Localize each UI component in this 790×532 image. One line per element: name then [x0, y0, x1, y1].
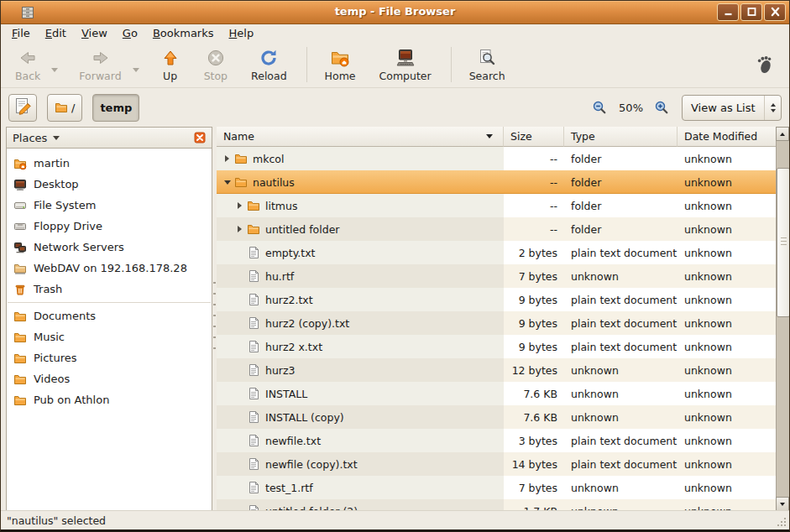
- text-file-icon: [247, 481, 260, 494]
- folder-icon: [13, 373, 27, 386]
- file-row-install-copy[interactable]: INSTALL (copy) 7.6 KB unknown unknown: [217, 405, 776, 429]
- view-mode-selector[interactable]: View as List: [682, 95, 782, 121]
- dropdown-caret-icon[interactable]: [133, 68, 139, 72]
- sidebar-item-desktop[interactable]: Desktop: [7, 174, 212, 195]
- close-icon: [770, 4, 781, 20]
- file-row-mkcol[interactable]: mkcol -- folder unknown: [217, 147, 776, 170]
- file-row-untitled-folder-2[interactable]: untitled folder (2) 1.7 KB unknown unkno…: [217, 499, 776, 511]
- toolbar-button-reload[interactable]: Reload: [243, 45, 295, 84]
- scroll-up-button[interactable]: [776, 127, 789, 141]
- file-row-hurz2-copy-txt[interactable]: hurz2 (copy).txt 9 bytes plain text docu…: [217, 311, 776, 335]
- file-row-nautilus[interactable]: nautilus -- folder unknown: [217, 170, 776, 194]
- scrollbar-thumb[interactable]: [777, 168, 790, 317]
- text-file-icon: [247, 363, 260, 377]
- search-icon: [477, 48, 497, 68]
- sidebar-item-file-system[interactable]: File System: [7, 195, 212, 216]
- menu-go[interactable]: Go: [115, 25, 145, 41]
- resize-grip-icon[interactable]: [775, 515, 787, 528]
- chevron-down-icon: [53, 136, 60, 140]
- text-file-icon: [247, 269, 260, 283]
- titlebar[interactable]: temp - File Browser: [1, 1, 789, 24]
- file-row-test-1-rtf[interactable]: test_1.rtf 7 bytes unknown unknown: [217, 476, 776, 499]
- expander-icon[interactable]: [222, 180, 233, 185]
- file-row-empty-txt[interactable]: empty.txt 2 bytes plain text document un…: [217, 241, 776, 264]
- sidebar-item-trash[interactable]: Trash: [7, 279, 212, 300]
- zoom-out-button[interactable]: [592, 100, 608, 116]
- current-folder-button[interactable]: temp: [92, 94, 139, 122]
- file-row-newfile-txt[interactable]: newfile.txt 3 bytes plain text document …: [217, 429, 776, 452]
- file-row-newfile-copy-txt[interactable]: newfile (copy).txt 14 bytes plain text d…: [217, 452, 776, 476]
- menu-file[interactable]: File: [4, 25, 38, 41]
- text-file-icon: [247, 387, 260, 400]
- root-path-button[interactable]: /: [47, 94, 82, 122]
- sidebar-item-martin[interactable]: martin: [7, 153, 212, 174]
- sidebar-item-floppy-drive[interactable]: Floppy Drive: [7, 216, 212, 237]
- edit-location-icon: [12, 96, 34, 120]
- sidebar-item-webdav-on-192-168-178-28[interactable]: WebDAV on 192.168.178.28: [7, 258, 212, 279]
- sidebar-list: martin Desktop File System Floppy Drive …: [6, 149, 212, 511]
- menu-bookmarks[interactable]: Bookmarks: [145, 25, 222, 41]
- zoom-level: 50%: [619, 102, 643, 114]
- file-row-hurz2-x-txt[interactable]: hurz2 x.txt 9 bytes plain text document …: [217, 335, 776, 358]
- file-row-hu-rtf[interactable]: hu.rtf 7 bytes unknown unknown: [217, 264, 776, 288]
- file-browser-window: temp - File Browser FileEditViewGoBookma…: [0, 0, 790, 532]
- maximize-button[interactable]: [740, 3, 762, 21]
- view-mode-value: View as List: [683, 102, 764, 114]
- toolbar-button-up[interactable]: Up: [153, 45, 188, 84]
- minimize-button[interactable]: [717, 3, 739, 21]
- sidebar-item-pub-on-athlon[interactable]: Pub on Athlon: [7, 389, 212, 410]
- sidebar-header[interactable]: Places: [6, 127, 212, 149]
- sidebar-item-documents[interactable]: Documents: [7, 305, 212, 326]
- drive-icon: [13, 199, 27, 212]
- sidebar-item-videos[interactable]: Videos: [7, 368, 212, 389]
- expander-icon[interactable]: [234, 202, 245, 209]
- file-row-litmus[interactable]: litmus -- folder unknown: [217, 194, 776, 217]
- menu-help[interactable]: Help: [222, 25, 262, 41]
- desktop-icon: [13, 178, 27, 191]
- file-row-hurz2-txt[interactable]: hurz2.txt 9 bytes plain text document un…: [217, 288, 776, 311]
- current-folder-label: temp: [100, 102, 132, 114]
- menu-edit[interactable]: Edit: [38, 25, 74, 41]
- close-button[interactable]: [764, 3, 786, 21]
- root-path-label: /: [71, 102, 75, 114]
- toolbar-button-back[interactable]: Back: [8, 45, 48, 84]
- text-file-icon: [247, 457, 260, 471]
- column-header-date-modified[interactable]: Date Modified: [678, 127, 776, 147]
- thumb-grip-icon: [781, 237, 787, 247]
- expander-icon[interactable]: [222, 155, 233, 162]
- trash-icon: [13, 283, 27, 296]
- column-header-type[interactable]: Type: [564, 127, 678, 147]
- column-header-size[interactable]: Size: [504, 127, 564, 147]
- menu-view[interactable]: View: [74, 25, 115, 41]
- places-sidebar: Places martin Desktop File System Floppy…: [6, 127, 212, 511]
- dropdown-caret-icon[interactable]: [51, 68, 58, 72]
- floppy-icon: [13, 220, 27, 233]
- sidebar-item-pictures[interactable]: Pictures: [7, 347, 212, 368]
- root-folder-icon: [55, 101, 68, 114]
- toolbar-button-computer[interactable]: Computer: [372, 45, 439, 84]
- zoom-in-button[interactable]: [654, 100, 670, 116]
- toolbar-button-search[interactable]: Search: [462, 45, 513, 84]
- home-icon: [330, 48, 350, 68]
- expander-icon[interactable]: [234, 226, 245, 232]
- sidebar-separator: [8, 302, 211, 303]
- toolbar-button-home[interactable]: Home: [317, 45, 364, 84]
- column-header-name[interactable]: Name: [217, 127, 504, 147]
- scroll-down-button[interactable]: [776, 497, 789, 511]
- sidebar-item-music[interactable]: Music: [7, 326, 212, 347]
- status-text: "nautilus" selected: [7, 514, 106, 527]
- spinner-up-icon: [771, 103, 776, 107]
- view-mode-spinner[interactable]: [764, 96, 781, 120]
- file-row-untitled-folder[interactable]: untitled folder -- folder unknown: [217, 217, 776, 241]
- vertical-scrollbar[interactable]: [776, 127, 789, 511]
- edit-location-button[interactable]: [8, 94, 37, 122]
- toolbar-button-stop[interactable]: Stop: [196, 45, 235, 84]
- file-row-install[interactable]: INSTALL 7.6 KB unknown unknown: [217, 382, 776, 405]
- toolbar-button-forward[interactable]: Forward: [71, 45, 128, 84]
- sidebar-item-network-servers[interactable]: Network Servers: [7, 237, 212, 258]
- spinner-down-icon: [771, 109, 776, 112]
- scrollbar-trough[interactable]: [776, 141, 789, 497]
- sidebar-close-button[interactable]: [194, 132, 206, 143]
- file-row-hurz3[interactable]: hurz3 12 bytes unknown unknown: [217, 358, 776, 382]
- text-file-icon: [247, 293, 260, 306]
